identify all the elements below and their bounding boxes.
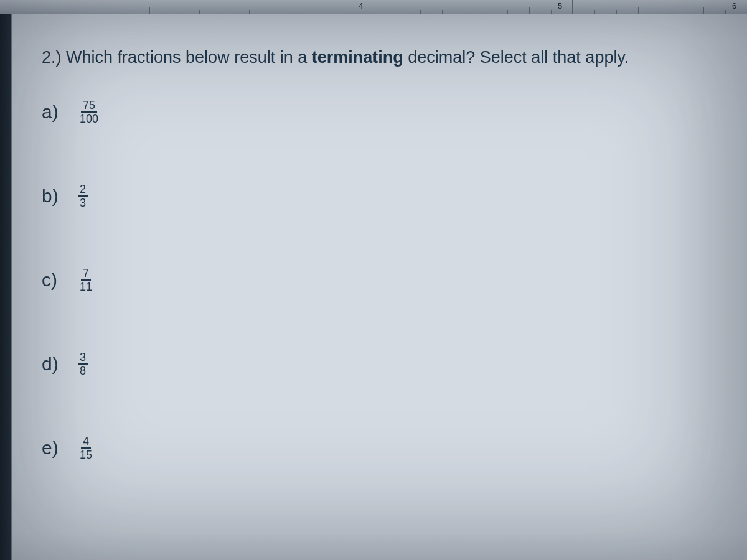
question-number: 2.) xyxy=(42,48,62,67)
option-e-numerator: 4 xyxy=(81,436,91,449)
option-c-fraction: 7 11 xyxy=(78,268,94,292)
left-gutter xyxy=(0,14,11,560)
option-d-denominator: 8 xyxy=(78,365,88,376)
option-d-label: d) xyxy=(42,353,67,375)
question-text: 2.) Which fractions below result in a te… xyxy=(37,46,722,68)
option-d-fraction: 3 8 xyxy=(78,352,88,376)
option-b-fraction: 2 3 xyxy=(78,184,88,208)
option-a-label: a) xyxy=(42,101,67,123)
option-b-label: b) xyxy=(42,185,67,207)
option-b[interactable]: b) 2 3 xyxy=(37,184,722,208)
question-before: Which fractions below result in a xyxy=(66,48,312,67)
option-c[interactable]: c) 7 11 xyxy=(37,268,722,292)
option-d-numerator: 3 xyxy=(78,352,88,365)
option-c-label: c) xyxy=(42,269,67,291)
option-c-denominator: 11 xyxy=(78,281,94,292)
option-e-fraction: 4 15 xyxy=(78,436,94,460)
option-a-fraction: 75 100 xyxy=(78,100,100,124)
ruler-mark-6: 6 xyxy=(732,1,736,11)
ruler-mark-5: 5 xyxy=(558,1,562,11)
ruler: 4 5 6 xyxy=(0,0,747,14)
ruler-mark-4: 4 xyxy=(359,1,363,11)
option-b-denominator: 3 xyxy=(78,197,88,208)
question-bold: terminating xyxy=(312,48,403,67)
option-e-label: e) xyxy=(42,437,67,459)
option-e[interactable]: e) 4 15 xyxy=(37,436,722,460)
option-a[interactable]: a) 75 100 xyxy=(37,100,722,124)
worksheet-page: 2.) Which fractions below result in a te… xyxy=(11,14,747,560)
option-a-numerator: 75 xyxy=(81,100,97,113)
option-e-denominator: 15 xyxy=(78,449,94,460)
screen-frame: 4 5 6 xyxy=(0,0,747,560)
question-after: decimal? Select all that apply. xyxy=(403,48,629,67)
option-b-numerator: 2 xyxy=(78,184,88,197)
option-a-denominator: 100 xyxy=(78,113,100,124)
option-c-numerator: 7 xyxy=(81,268,91,281)
option-d[interactable]: d) 3 8 xyxy=(37,352,722,376)
